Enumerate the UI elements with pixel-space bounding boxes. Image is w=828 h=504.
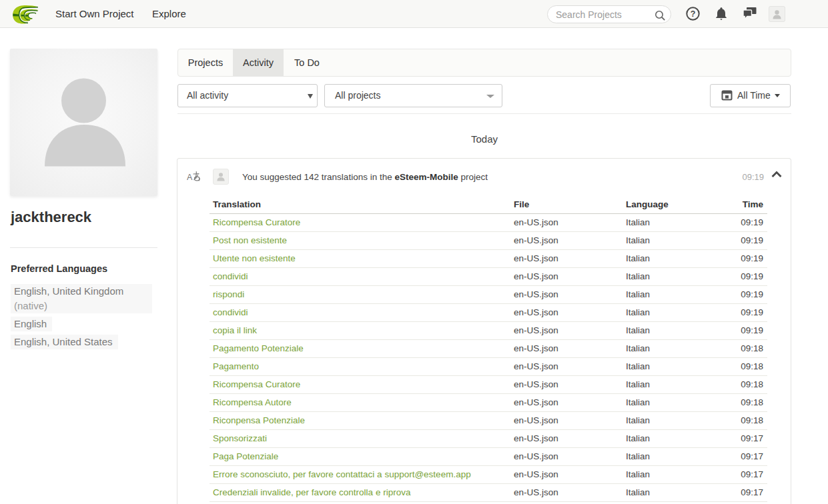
svg-text:?: ? <box>691 9 696 19</box>
svg-text:A: A <box>187 173 193 182</box>
